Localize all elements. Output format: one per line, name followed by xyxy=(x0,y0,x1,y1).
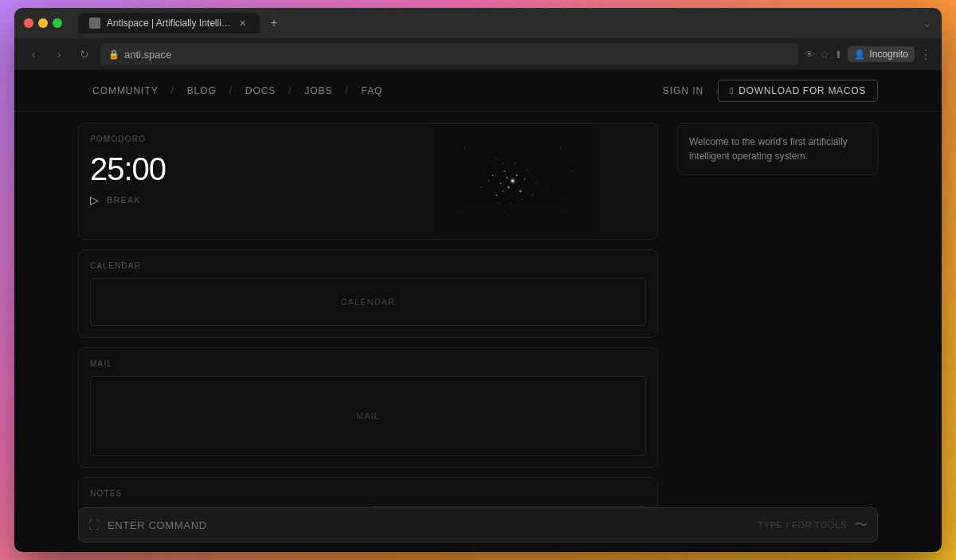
svg-point-18 xyxy=(488,180,490,182)
svg-point-30 xyxy=(498,202,499,203)
browser-titlebar: Antispace | Artificially Intelli… ✕ + ⌄ xyxy=(14,8,942,38)
timer-display: 25:00 xyxy=(90,151,357,187)
calendar-placeholder: CALENDAR xyxy=(341,297,396,307)
site-nav: COMMUNITY BLOG DOCS JOBS FAQ SIGN IN  D… xyxy=(14,70,942,112)
svg-point-10 xyxy=(492,174,493,176)
command-bar: ⛶ TYPE / FOR TOOLS 〜 xyxy=(78,507,878,542)
welcome-text: Welcome to the world's first artificiall… xyxy=(689,135,866,163)
window-controls-icon: ⌄ xyxy=(923,17,932,29)
minimize-traffic-light[interactable] xyxy=(38,18,48,28)
svg-point-60 xyxy=(449,215,449,216)
apple-icon:  xyxy=(730,85,734,96)
svg-point-35 xyxy=(518,155,519,156)
nav-right: SIGN IN  DOWNLOAD FOR MACOS xyxy=(648,80,878,102)
svg-point-24 xyxy=(476,195,477,196)
svg-point-47 xyxy=(511,180,514,182)
nav-community[interactable]: COMMUNITY xyxy=(78,85,173,96)
svg-point-53 xyxy=(564,211,565,212)
svg-point-13 xyxy=(519,185,519,186)
svg-point-59 xyxy=(453,203,453,204)
mail-placeholder: MAIL xyxy=(356,411,380,421)
svg-point-49 xyxy=(568,159,569,160)
browser-window: Antispace | Artificially Intelli… ✕ + ⌄ … xyxy=(14,8,942,552)
svg-point-28 xyxy=(510,202,511,203)
svg-point-22 xyxy=(484,166,485,167)
svg-point-14 xyxy=(507,177,508,178)
svg-point-3 xyxy=(507,186,509,188)
refresh-button[interactable]: ↻ xyxy=(75,45,94,64)
svg-point-15 xyxy=(526,169,527,170)
svg-point-54 xyxy=(572,203,573,204)
nav-docs[interactable]: DOCS xyxy=(231,85,291,96)
nav-jobs[interactable]: JOBS xyxy=(290,85,347,96)
svg-point-11 xyxy=(532,194,534,196)
svg-point-58 xyxy=(460,211,461,212)
svg-point-56 xyxy=(464,147,465,148)
maximize-traffic-light[interactable] xyxy=(53,18,62,28)
svg-point-32 xyxy=(472,179,473,180)
active-tab[interactable]: Antispace | Artificially Intelli… ✕ xyxy=(78,13,260,33)
svg-point-2 xyxy=(516,174,518,176)
incognito-button[interactable]: 👤 Incognito xyxy=(848,46,915,62)
nav-links: COMMUNITY BLOG DOCS JOBS FAQ xyxy=(78,85,397,96)
pomodoro-visualization xyxy=(368,123,657,239)
bookmark-icon[interactable]: ☆ xyxy=(820,49,829,61)
nav-blog[interactable]: BLOG xyxy=(173,85,231,96)
svg-point-5 xyxy=(504,170,506,172)
svg-point-20 xyxy=(480,186,481,187)
svg-point-4 xyxy=(524,178,526,180)
address-bar[interactable]: 🔒 anti.space xyxy=(100,43,798,65)
forward-button[interactable]: › xyxy=(49,45,69,64)
svg-point-9 xyxy=(536,182,537,183)
site-content: COMMUNITY BLOG DOCS JOBS FAQ SIGN IN  D… xyxy=(14,70,942,552)
svg-point-19 xyxy=(548,186,549,187)
svg-point-38 xyxy=(496,159,497,159)
pomodoro-widget: POMODORO 25:00 ▷ BREAK xyxy=(78,123,658,240)
mail-inner: MAIL xyxy=(90,376,646,456)
pomodoro-label: POMODORO xyxy=(90,135,357,143)
play-button[interactable]: ▷ xyxy=(90,194,99,206)
svg-point-29 xyxy=(527,203,527,204)
notes-label: NOTES xyxy=(90,489,646,498)
new-tab-button[interactable]: + xyxy=(264,14,284,33)
svg-point-51 xyxy=(572,171,573,172)
break-label: BREAK xyxy=(107,195,141,205)
svg-point-48 xyxy=(560,147,561,148)
svg-point-8 xyxy=(500,182,502,184)
command-hint: TYPE / FOR TOOLS xyxy=(758,520,847,530)
close-traffic-light[interactable] xyxy=(24,18,33,28)
toolbar-actions: 👁 ☆ ⬆ 👤 Incognito ⋮ xyxy=(805,46,932,62)
tab-close-button[interactable]: ✕ xyxy=(237,18,249,29)
svg-point-6 xyxy=(519,190,522,193)
svg-point-40 xyxy=(504,211,505,212)
command-input[interactable] xyxy=(108,519,750,531)
expand-icon[interactable]: ⛶ xyxy=(88,519,100,531)
tab-title: Antispace | Artificially Intelli… xyxy=(107,18,231,29)
svg-point-21 xyxy=(544,167,545,168)
calendar-label: CALENDAR xyxy=(90,261,646,270)
right-column: Welcome to the world's first artificiall… xyxy=(671,123,878,541)
svg-point-25 xyxy=(522,198,523,199)
sign-in-link[interactable]: SIGN IN xyxy=(648,85,718,96)
svg-point-50 xyxy=(556,163,557,164)
nav-faq[interactable]: FAQ xyxy=(347,85,398,96)
svg-point-37 xyxy=(528,157,529,158)
svg-point-43 xyxy=(532,207,533,208)
share-icon[interactable]: ⬆ xyxy=(834,49,843,61)
tab-favicon xyxy=(89,18,100,29)
svg-point-33 xyxy=(560,191,561,192)
svg-point-31 xyxy=(556,179,557,180)
svg-point-17 xyxy=(540,175,541,176)
svg-point-52 xyxy=(576,155,577,156)
svg-point-39 xyxy=(520,210,521,210)
more-options-icon[interactable]: ⋮ xyxy=(919,47,932,62)
left-column: POMODORO 25:00 ▷ BREAK xyxy=(78,123,671,541)
back-button[interactable]: ‹ xyxy=(24,45,43,64)
traffic-lights xyxy=(24,18,62,28)
svg-point-57 xyxy=(456,159,457,160)
voice-icon[interactable]: 〜 xyxy=(855,517,868,534)
download-button[interactable]:  DOWNLOAD FOR MACOS xyxy=(718,80,878,102)
svg-point-26 xyxy=(503,163,503,163)
pomodoro-left: POMODORO 25:00 ▷ BREAK xyxy=(79,123,368,239)
incognito-label: Incognito xyxy=(869,49,908,60)
